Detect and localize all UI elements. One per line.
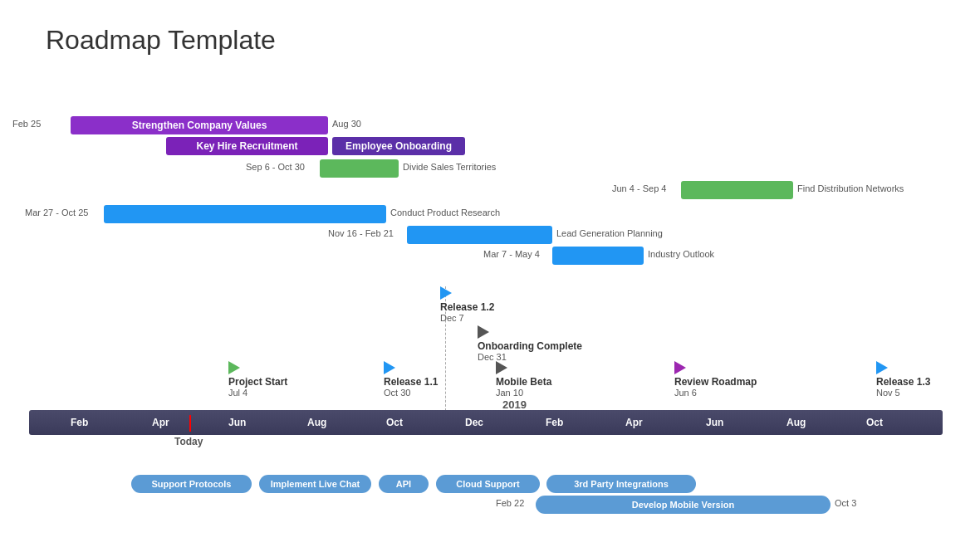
timeline-tick: Aug: [307, 417, 326, 428]
bottom-bar-support: Support Protocols: [131, 475, 252, 493]
timeline-tick: Oct: [866, 417, 883, 428]
bar-distribution: [681, 181, 793, 199]
milestone-flag-release13: [876, 361, 888, 374]
milestone-title-mobilebeta: Mobile Beta: [496, 376, 551, 388]
today-line: [189, 415, 191, 432]
bottom-bar-dateleft-developmobile: Feb 22: [496, 498, 524, 508]
bar-dateleft-divides: Sep 6 - Oct 30: [246, 162, 305, 172]
milestone-projectstart: Project StartJul 4: [228, 361, 287, 398]
timeline-tick: Jun: [228, 417, 246, 428]
milestone-flag-onboardingcomplete: [478, 325, 489, 339]
milestone-release12: Release 1.2Dec 7: [440, 286, 494, 323]
bar-divides: [320, 159, 399, 178]
milestone-date-release13: Nov 5: [876, 388, 900, 398]
milestone-flag-mobilebeta: [496, 361, 507, 374]
bar-dateleft-distribution: Jun 4 - Sep 4: [612, 183, 666, 193]
timeline-tick: Feb: [546, 417, 563, 428]
bar-leadgen: [407, 226, 552, 244]
bar-labelright-distribution: Find Distribution Networks: [797, 183, 904, 193]
bar-labelright-product: Conduct Product Research: [390, 208, 500, 217]
milestone-date-mobilebeta: Jan 10: [496, 388, 523, 398]
milestone-release11: Release 1.1Oct 30: [384, 361, 438, 398]
bar-dateleft-leadgen: Nov 16 - Feb 21: [328, 228, 394, 238]
today-label: Today: [174, 436, 203, 447]
timeline-tick: Apr: [152, 417, 169, 428]
timeline-tick: Dec: [465, 417, 483, 428]
bottom-bar-cloud: Cloud Support: [436, 475, 540, 493]
milestone-flag-projectstart: [228, 361, 240, 374]
bottom-bar-api: API: [379, 475, 429, 493]
bar-labelright-leadgen: Lead Generation Planning: [556, 228, 663, 238]
milestone-release13: Release 1.3Nov 5: [876, 361, 930, 398]
milestone-title-onboardingcomplete: Onboarding Complete: [478, 340, 582, 352]
timeline-tick: Oct: [386, 417, 403, 428]
timeline-tick: Jun: [706, 417, 723, 428]
milestone-date-reviewroadmap: Jun 6: [674, 388, 697, 398]
year-2019-label: 2019: [502, 398, 527, 411]
bar-product: [104, 205, 386, 223]
milestone-title-reviewroadmap: Review Roadmap: [674, 376, 757, 388]
bar-labelright-industry: Industry Outlook: [648, 249, 714, 259]
milestone-flag-release11: [384, 361, 395, 374]
milestone-flag-reviewroadmap: [674, 361, 686, 374]
timeline-tick: Feb: [71, 417, 88, 428]
bar-keyhire: Key Hire Recruitment: [166, 137, 328, 155]
milestone-title-release13: Release 1.3: [876, 376, 930, 388]
bar-dateleft-industry: Mar 7 - May 4: [483, 249, 540, 259]
milestone-title-release11: Release 1.1: [384, 376, 438, 388]
page-title: Roadmap Template: [46, 25, 276, 56]
bottom-bar-thirdparty: 3rd Party Integrations: [546, 475, 696, 493]
milestone-date-projectstart: Jul 4: [228, 388, 247, 398]
bar-industry: [552, 247, 644, 265]
milestone-flag-release12: [440, 286, 452, 300]
bar-labelright-divides: Divide Sales Territories: [403, 162, 496, 172]
bottom-bar-livechat: Implement Live Chat: [259, 475, 371, 493]
bottom-bar-developmobile: Develop Mobile Version: [536, 496, 831, 514]
bar-onboarding: Employee Onboarding: [332, 137, 465, 155]
bar-dateleft-product: Mar 27 - Oct 25: [25, 208, 88, 217]
timeline-tick: Aug: [786, 417, 806, 428]
bar-dateright-strengthen: Aug 30: [332, 119, 361, 129]
timeline-tick: Apr: [625, 417, 643, 428]
milestone-title-release12: Release 1.2: [440, 301, 494, 313]
milestone-reviewroadmap: Review RoadmapJun 6: [674, 361, 757, 398]
timeline-axis: FebAprJunAugOctDecFebAprJunAugOct: [29, 410, 943, 435]
bottom-bar-dateright-developmobile: Oct 3: [835, 498, 856, 508]
milestone-onboardingcomplete: Onboarding CompleteDec 31: [478, 325, 582, 362]
milestone-title-projectstart: Project Start: [228, 376, 287, 388]
bar-strengthen: Strengthen Company Values: [71, 116, 328, 134]
milestone-mobilebeta: Mobile BetaJan 10: [496, 361, 551, 398]
milestone-date-release11: Oct 30: [384, 388, 410, 398]
bar-dateleft-strengthen: Feb 25: [12, 119, 41, 129]
milestone-date-release12: Dec 7: [440, 313, 464, 323]
